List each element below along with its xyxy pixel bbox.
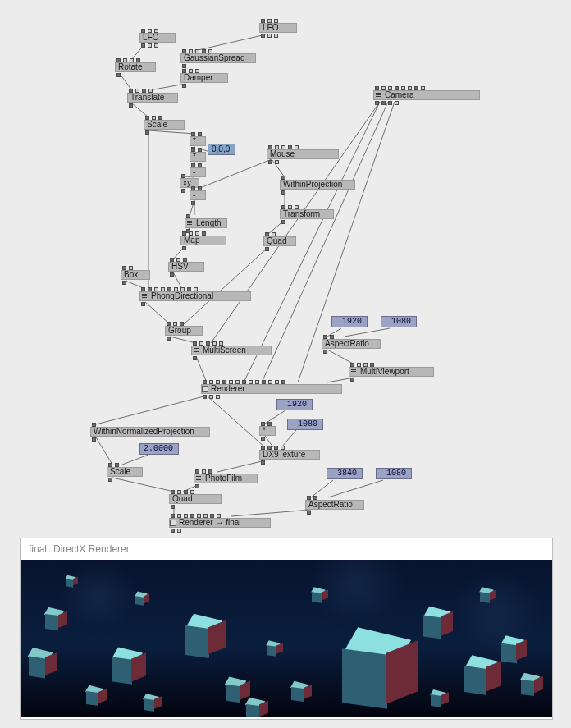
iobox-1920-b[interactable]: 1920 — [276, 399, 313, 410]
iobox-vec000[interactable]: 0,0,0 — [208, 144, 235, 155]
node-title: Rotate — [115, 62, 156, 72]
node-rotate[interactable]: Rotate — [115, 57, 156, 77]
node-title: WithinProjection — [280, 180, 355, 190]
node-mouse[interactable]: Mouse — [267, 144, 339, 164]
node-aspectratio-1[interactable]: AspectRatio — [322, 334, 381, 354]
render-titlebar[interactable]: final DirectX Renderer — [21, 538, 552, 560]
menu-icon — [194, 474, 203, 483]
node-multiply-3[interactable]: * — [259, 421, 276, 441]
node-title: DX9Texture — [259, 450, 320, 460]
iobox-3840[interactable]: 3840 — [327, 468, 363, 479]
node-withinnormalizedprojection[interactable]: WithinNormalizedProjection — [90, 422, 210, 442]
cube — [500, 638, 527, 664]
menu-icon — [185, 219, 194, 227]
node-title: GaussianSpread — [180, 53, 256, 63]
menu-icon — [192, 346, 200, 355]
node-title: Length — [185, 218, 227, 228]
node-title: Transform — [280, 209, 334, 219]
node-title: LFO — [139, 33, 176, 43]
node-multiviewport[interactable]: MultiViewport — [349, 362, 434, 382]
node-title: Renderer → final — [169, 518, 271, 528]
node-damper[interactable]: Damper — [180, 68, 228, 88]
node-lfo-2[interactable]: LFO — [259, 18, 297, 38]
iobox-1080-c[interactable]: 1080 — [376, 468, 412, 479]
node-title: AspectRatio — [322, 339, 381, 349]
node-title: AspectRatio — [305, 500, 364, 510]
menu-icon — [140, 292, 148, 300]
node-title-text: Length — [196, 218, 222, 228]
iobox-1080-a[interactable]: 1080 — [381, 316, 417, 327]
cube — [464, 658, 501, 696]
node-title-text: Camera — [385, 90, 414, 100]
node-title: * — [190, 152, 206, 162]
node-title: * — [190, 136, 206, 146]
node-multiscreen[interactable]: MultiScreen — [191, 341, 272, 360]
node-aspectratio-2[interactable]: AspectRatio — [305, 495, 364, 515]
node-title: PhongDirectional — [139, 291, 251, 301]
node-phongdirectional[interactable]: PhongDirectional — [139, 286, 251, 306]
node-title: Camera — [373, 90, 480, 100]
node-title: Quad — [169, 494, 222, 504]
node-renderer-1[interactable]: Renderer — [201, 379, 342, 399]
cube — [340, 634, 414, 707]
node-title: MultiScreen — [191, 346, 272, 355]
cube — [111, 650, 145, 685]
node-translate[interactable]: Translate — [127, 88, 178, 108]
node-scale-2[interactable]: Scale — [107, 462, 143, 482]
node-title-text: PhongDirectional — [151, 291, 213, 301]
node-photofilm[interactable]: PhotoFilm — [194, 469, 258, 488]
node-gaussianspread[interactable]: GaussianSpread — [180, 48, 256, 68]
svg-line-34 — [207, 396, 265, 447]
node-group[interactable]: Group — [165, 321, 203, 341]
checkbox-icon — [170, 520, 176, 526]
node-subtract-2[interactable]: - — [190, 185, 206, 205]
node-title: Damper — [180, 73, 228, 83]
cube — [185, 617, 226, 658]
checkbox-icon — [202, 386, 208, 392]
node-lfo-1[interactable]: LFO — [139, 28, 176, 48]
svg-line-19 — [200, 159, 272, 188]
node-hsv[interactable]: HSV — [168, 257, 204, 277]
node-title: Box — [121, 270, 150, 280]
render-window[interactable]: final DirectX Renderer — [20, 538, 553, 720]
node-title: * — [259, 426, 276, 436]
node-title: HSV — [168, 262, 204, 272]
node-transform[interactable]: Transform — [280, 204, 334, 224]
node-title: MultiViewport — [349, 367, 434, 377]
node-title-text: MultiViewport — [360, 367, 409, 377]
menu-icon — [374, 91, 382, 99]
node-title: WithinNormalizedProjection — [90, 427, 210, 437]
node-quad-2[interactable]: Quad — [169, 489, 222, 509]
node-title-text: Renderer → final — [179, 518, 241, 528]
svg-line-35 — [96, 396, 207, 424]
node-dx9texture[interactable]: DX9Texture — [259, 445, 320, 465]
node-title: LFO — [259, 23, 297, 33]
node-title-text: MultiScreen — [203, 346, 246, 355]
node-scale[interactable]: Scale — [144, 115, 185, 135]
node-title: Map — [180, 236, 226, 245]
node-renderer-final[interactable]: Renderer → final — [169, 513, 271, 533]
iobox-1920-a[interactable]: 1920 — [331, 316, 368, 327]
render-viewport — [21, 560, 552, 717]
node-title: Translate — [127, 93, 178, 103]
menu-icon — [349, 368, 358, 376]
node-withinprojection[interactable]: WithinProjection — [280, 175, 355, 195]
node-title-text: Renderer — [211, 384, 245, 394]
node-map[interactable]: Map — [180, 231, 226, 250]
node-title-text: PhotoFilm — [205, 474, 242, 483]
cube — [423, 609, 454, 640]
node-title: Scale — [144, 120, 185, 130]
node-title: - — [190, 190, 206, 200]
node-title: PhotoFilm — [194, 474, 258, 483]
node-box[interactable]: Box — [121, 265, 150, 285]
node-title: Mouse — [267, 149, 339, 159]
node-title: Renderer — [201, 384, 342, 394]
render-title-left: final — [29, 543, 47, 555]
node-camera[interactable]: Camera — [373, 85, 480, 105]
iobox-1080-b[interactable]: 1080 — [287, 419, 323, 430]
render-title-right: DirectX Renderer — [53, 543, 130, 555]
node-quad-1[interactable]: Quad — [263, 231, 296, 251]
iobox-2[interactable]: 2.0000 — [139, 443, 179, 455]
node-title: Quad — [263, 236, 296, 246]
patch-canvas[interactable]: LFO LFO Rotate GaussianSpread Damper Tra… — [0, 0, 571, 728]
